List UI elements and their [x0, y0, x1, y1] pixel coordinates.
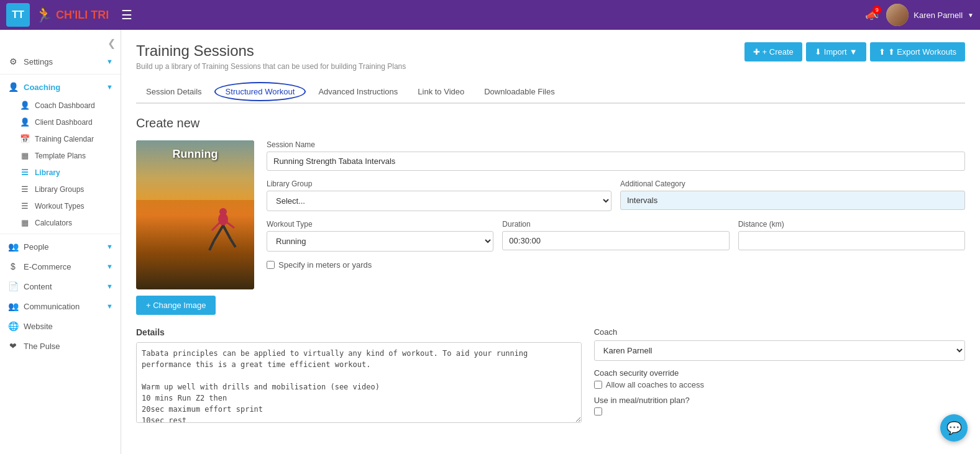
- tab-downloadable-files[interactable]: Downloadable Files: [474, 81, 564, 104]
- export-icon: ⬆: [879, 47, 886, 57]
- tab-link-to-video[interactable]: Link to Video: [408, 81, 474, 104]
- type-duration-distance-row: Workout Type Running Duration Distance (…: [267, 220, 965, 252]
- library-icon: ☰: [20, 168, 30, 177]
- bottom-section: Details Tabata principles can be applied…: [136, 327, 965, 425]
- notification-badge: 9: [872, 6, 881, 14]
- workout-image-block: Running + Change Image: [136, 140, 254, 315]
- tab-advanced-instructions[interactable]: Advanced Instructions: [308, 81, 408, 104]
- content-caret-icon: ▼: [106, 283, 113, 290]
- calculators-icon: ▦: [20, 218, 30, 227]
- settings-caret-icon: ▼: [106, 58, 113, 65]
- create-new-title: Create new: [136, 116, 965, 130]
- allow-coaches-label: Allow all coaches to access: [606, 380, 704, 389]
- duration-input[interactable]: [502, 231, 729, 250]
- workout-image: Running: [136, 140, 254, 289]
- avatar: [886, 4, 909, 26]
- details-textarea[interactable]: Tabata principles can be applied to virt…: [136, 342, 582, 423]
- hamburger-menu[interactable]: ☰: [121, 7, 132, 22]
- top-nav-right: 📣 9 Karen Parnell ▼: [865, 4, 974, 26]
- additional-category-col: Additional Category: [620, 179, 965, 211]
- specify-checkbox-row: Specify in meters or yards: [267, 260, 965, 270]
- people-caret-icon: ▼: [106, 243, 113, 250]
- svg-line-3: [209, 241, 214, 250]
- header-actions: ✚ + Create ⬇ Import ▼ ⬆ ⬆ Export Workout…: [744, 42, 965, 61]
- session-name-input[interactable]: [267, 152, 965, 171]
- use-meal-checkbox-row: [594, 407, 965, 415]
- coach-override-label: Coach security override: [594, 368, 965, 378]
- training-calendar-icon: 📅: [20, 134, 30, 143]
- form-layout: Running + Change Image Session Name Libr…: [136, 140, 965, 315]
- tab-structured-workout[interactable]: Structured Workout: [212, 81, 309, 104]
- sidebar-item-client-dashboard[interactable]: 👤 Client Dashboard: [0, 114, 121, 130]
- specify-checkbox[interactable]: [267, 261, 275, 269]
- sidebar-item-website[interactable]: 🌐 Website: [0, 316, 121, 336]
- sidebar-item-template-plans[interactable]: ▦ Template Plans: [0, 147, 121, 164]
- sidebar-item-ecommerce[interactable]: $ E-Commerce ▼: [0, 257, 121, 276]
- coaching-caret-icon: ▼: [106, 83, 113, 91]
- tab-session-details[interactable]: Session Details: [136, 81, 212, 104]
- use-meal-checkbox[interactable]: [594, 407, 602, 415]
- sidebar: ❮ ⚙ Settings ▼ 👤 Coaching ▼ 👤 Coach Dash…: [0, 30, 121, 454]
- details-block: Details Tabata principles can be applied…: [136, 327, 582, 425]
- distance-input[interactable]: [738, 231, 965, 250]
- user-info[interactable]: Karen Parnell ▼: [886, 4, 974, 26]
- library-group-select[interactable]: Select...: [267, 191, 611, 211]
- details-textarea-container: Tabata principles can be applied to virt…: [136, 342, 582, 425]
- communication-caret-icon: ▼: [106, 302, 113, 310]
- client-dashboard-icon: 👤: [20, 117, 30, 127]
- sidebar-item-communication[interactable]: 👥 Communication ▼: [0, 296, 121, 316]
- tt-logo[interactable]: TT: [6, 3, 30, 27]
- coaching-icon: 👤: [7, 82, 19, 92]
- chat-bubble[interactable]: 💬: [940, 414, 968, 442]
- page-title-block: Training Sessions Build up a library of …: [136, 42, 406, 71]
- main-content: Training Sessions Build up a library of …: [121, 30, 980, 454]
- notification-bell[interactable]: 📣 9: [865, 8, 879, 22]
- create-button[interactable]: ✚ + Create: [744, 42, 802, 61]
- import-button[interactable]: ⬇ Import ▼: [806, 42, 866, 61]
- sidebar-item-workout-types[interactable]: ☰ Workout Types: [0, 197, 121, 214]
- sidebar-item-calculators[interactable]: ▦ Calculators: [0, 214, 121, 231]
- coach-block: Coach Karen Parnell Coach security overr…: [594, 327, 965, 425]
- content-icon: 📄: [7, 281, 19, 291]
- sidebar-item-training-calendar[interactable]: 📅 Training Calendar: [0, 130, 121, 147]
- communication-icon: 👥: [7, 301, 19, 311]
- change-image-section: + Change Image: [136, 296, 254, 315]
- export-workouts-button[interactable]: ⬆ ⬆ Export Workouts: [870, 42, 965, 61]
- brand-name: CH'ILI TRI: [56, 9, 109, 22]
- distance-label: Distance (km): [738, 220, 965, 229]
- workout-image-label: Running: [173, 148, 218, 161]
- sidebar-item-settings[interactable]: ⚙ Settings ▼: [0, 52, 121, 71]
- additional-category-label: Additional Category: [620, 179, 965, 188]
- coach-select[interactable]: Karen Parnell: [594, 340, 965, 361]
- sidebar-item-library[interactable]: ☰ Library: [0, 164, 121, 181]
- allow-coaches-row: Allow all coaches to access: [594, 380, 965, 389]
- brand-logo[interactable]: 🏃 CH'ILI TRI: [35, 6, 109, 24]
- import-icon: ⬇: [815, 47, 822, 57]
- sidebar-item-coach-dashboard[interactable]: 👤 Coach Dashboard: [0, 97, 121, 114]
- duration-label: Duration: [502, 220, 729, 229]
- sidebar-item-coaching[interactable]: 👤 Coaching ▼: [0, 77, 121, 97]
- sidebar-collapse-button[interactable]: ❮: [0, 35, 121, 52]
- top-nav: TT 🏃 CH'ILI TRI ☰ 📣 9 Karen Parnell ▼: [0, 0, 980, 30]
- additional-category-input[interactable]: [620, 191, 965, 210]
- import-caret-icon: ▼: [849, 47, 858, 57]
- svg-line-4: [223, 225, 231, 239]
- sidebar-item-content[interactable]: 📄 Content ▼: [0, 276, 121, 296]
- settings-icon: ⚙: [7, 57, 19, 66]
- session-name-row: Session Name: [267, 140, 965, 171]
- workout-type-select[interactable]: Running: [267, 231, 493, 252]
- specify-label: Specify in meters or yards: [278, 260, 372, 270]
- page-header: Training Sessions Build up a library of …: [136, 42, 965, 71]
- sidebar-item-library-groups[interactable]: ☰ Library Groups: [0, 181, 121, 197]
- page-title: Training Sessions: [136, 42, 406, 60]
- allow-coaches-checkbox[interactable]: [594, 381, 602, 389]
- form-fields: Session Name Library Group Select... Add…: [267, 140, 965, 270]
- coach-dashboard-icon: 👤: [20, 101, 30, 110]
- people-icon: 👥: [7, 242, 19, 252]
- sidebar-item-people[interactable]: 👥 People ▼: [0, 237, 121, 257]
- sidebar-item-the-pulse[interactable]: ❤ The Pulse: [0, 336, 121, 356]
- pulse-icon: ❤: [7, 341, 19, 351]
- website-icon: 🌐: [7, 321, 19, 331]
- create-icon: ✚: [753, 47, 760, 57]
- change-image-button[interactable]: + Change Image: [136, 296, 216, 315]
